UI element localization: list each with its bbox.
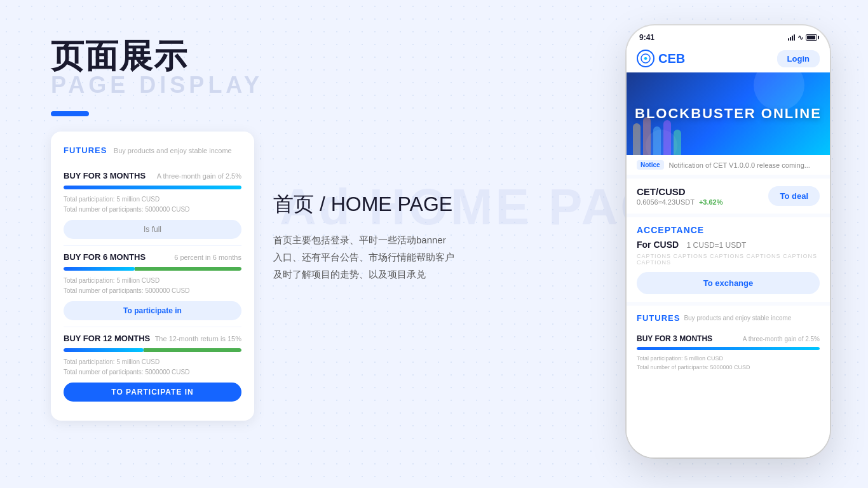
page-title-english: PAGE DISPLAY: [51, 72, 318, 98]
home-page-description: 首页主要包括登录、平时一些活动banner 入口、还有平台公告、市场行情能帮助客…: [273, 231, 515, 283]
futures-header: FUTURES Buy products and enjoy stable in…: [64, 144, 241, 156]
center-section: 首页 / HOME PAGE 首页主要包括登录、平时一些活动banner 入口、…: [273, 191, 515, 283]
banner-text: BLOCKBUSTER ONLINE: [635, 105, 822, 122]
phone-progress-3months: [637, 347, 820, 350]
login-button[interactable]: Login: [777, 50, 820, 67]
phone-buy-title-3months: BUY FOR 3 MONTHS: [637, 334, 712, 343]
app-brand: CEB: [658, 51, 685, 66]
status-bar: 9:41 ∿: [627, 25, 830, 44]
participation-6months: Total participation: 5 million CUSD Tota…: [64, 276, 241, 296]
progress-green-6months: [135, 267, 241, 271]
wifi-icon: ∿: [797, 34, 803, 42]
price-change: +3.62%: [699, 198, 723, 206]
phone-participation-3months: Total participation: 5 million CUSD Tota…: [637, 354, 820, 372]
notice-bar: Notice Notification of CET V1.0.0.0 rele…: [627, 155, 830, 175]
notice-badge: Notice: [637, 160, 664, 170]
phone-buy-gain-3months: A three-month gain of 2.5%: [743, 336, 820, 342]
buy-item-header: BUY FOR 3 MONTHS A three-month gain of 2…: [64, 171, 241, 180]
btn-is-full[interactable]: Is full: [64, 220, 241, 239]
buy-gain-6months: 6 percent in 6 months: [174, 254, 241, 261]
futures-label: FUTURES: [64, 146, 107, 155]
cet-price: 0.6056≈4.23USDT +3.62%: [637, 198, 723, 206]
buy-item-header-12months: BUY FOR 12 MONTHS The 12-month return is…: [64, 334, 241, 343]
cusd-rate: 1 CUSD=1 USDT: [687, 241, 747, 250]
buy-gain-12months: The 12-month return is 15%: [155, 335, 241, 342]
for-cusd-row: For CUSD 1 CUSD=1 USDT: [637, 239, 820, 250]
buy-title-12months: BUY FOR 12 MONTHS: [64, 334, 150, 343]
cet-pair: CET/CUSD: [637, 186, 723, 197]
signal-icon: [788, 34, 795, 41]
phone-mockup: 9:41 ∿: [627, 25, 830, 458]
buy-title-3months: BUY FOR 3 MONTHS: [64, 171, 146, 180]
phone-futures-label: FUTURES: [637, 313, 680, 323]
phone-futures-header: FUTURES Buy products and enjoy stable in…: [637, 313, 820, 323]
battery-icon: [806, 34, 817, 41]
progress-fill-3months: [64, 186, 241, 189]
phone-content: CEB Login BLOCKBUSTER ONLINE Notice N: [627, 44, 830, 458]
progress-bar-12months: [64, 348, 241, 352]
to-exchange-button[interactable]: To exchange: [637, 272, 820, 294]
home-page-title: 首页 / HOME PAGE: [273, 191, 515, 219]
to-deal-button[interactable]: To deal: [768, 186, 820, 206]
status-time: 9:41: [639, 33, 654, 42]
page-title-chinese: 页面展示: [51, 38, 318, 74]
progress-bar-6months: [64, 267, 241, 271]
btn-participate-12months[interactable]: TO PARTICIPATE IN: [64, 383, 241, 402]
cet-info: CET/CUSD 0.6056≈4.23USDT +3.62%: [637, 186, 723, 206]
futures-card: FUTURES Buy products and enjoy stable in…: [51, 132, 254, 421]
participation-3months: Total participation: 5 million CUSD Tota…: [64, 194, 241, 215]
phone-futures-section: FUTURES Buy products and enjoy stable in…: [627, 306, 830, 458]
acceptance-section: ACCEPTANCE For CUSD 1 CUSD=1 USDT CAPTIO…: [627, 217, 830, 302]
buy-item-12months: BUY FOR 12 MONTHS The 12-month return is…: [64, 327, 241, 408]
buy-item-3months: BUY FOR 3 MONTHS A three-month gain of 2…: [64, 165, 241, 246]
btn-participate-6months[interactable]: To participate in: [64, 301, 241, 320]
progress-green-12months: [144, 348, 241, 352]
participation-12months: Total participation: 5 million CUSD Tota…: [64, 357, 241, 377]
futures-desc: Buy products and enjoy stable income: [114, 147, 232, 154]
buy-item-header-6months: BUY FOR 6 MONTHS 6 percent in 6 months: [64, 252, 241, 262]
captions-text: CAPTIONS CAPTIONS CAPTIONS CAPTIONS CAPT…: [637, 253, 820, 266]
blue-accent-bar: [51, 111, 89, 116]
phone-buy-item-3months: BUY FOR 3 MONTHS A three-month gain of 2…: [637, 329, 820, 377]
buy-item-6months: BUY FOR 6 MONTHS 6 percent in 6 months T…: [64, 246, 241, 327]
cet-section: CET/CUSD 0.6056≈4.23USDT +3.62% To deal: [627, 179, 830, 214]
status-icons: ∿: [788, 34, 817, 42]
notice-text: Notification of CET V1.0.0.0 release com…: [669, 161, 810, 169]
for-cusd-label: For CUSD: [637, 240, 679, 250]
phone-futures-desc: Buy products and enjoy stable income: [684, 315, 791, 322]
acceptance-title: ACCEPTANCE: [637, 225, 820, 235]
svg-point-1: [644, 57, 647, 60]
app-banner: BLOCKBUSTER ONLINE: [627, 72, 830, 155]
buy-title-6months: BUY FOR 6 MONTHS: [64, 252, 146, 262]
progress-fill-12months: [64, 348, 144, 352]
progress-fill-6months: [64, 267, 135, 271]
app-header: CEB Login: [627, 44, 830, 72]
progress-bar-3months: [64, 186, 241, 189]
logo-icon: [637, 50, 654, 67]
buy-gain-3months: A three-month gain of 2.5%: [157, 172, 241, 180]
app-logo: CEB: [637, 50, 685, 67]
